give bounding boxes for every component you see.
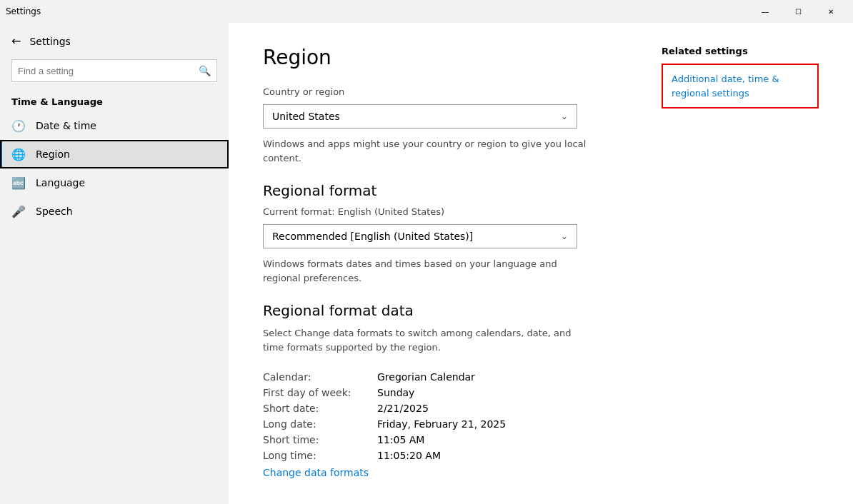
minimize-button[interactable]: — (749, 0, 782, 23)
language-icon: 🔤 (11, 176, 26, 190)
first-day-value: Sunday (377, 387, 414, 398)
speech-icon: 🎤 (11, 204, 26, 218)
regional-format-heading: Regional format (263, 182, 819, 199)
related-settings-title: Related settings (662, 46, 819, 56)
sidebar-item-label-speech: Speech (36, 206, 73, 217)
table-row: Long date: Friday, February 21, 2025 (263, 418, 819, 430)
titlebar-title: Settings (6, 6, 41, 16)
related-link-box[interactable]: Additional date, time & regional setting… (662, 64, 819, 109)
main-content: Related settings Additional date, time &… (229, 23, 853, 504)
chevron-down-icon: ⌄ (561, 111, 568, 121)
titlebar: Settings — ☐ ✕ (0, 0, 853, 23)
table-row: First day of week: Sunday (263, 387, 819, 398)
table-row: Long time: 11:05:20 AM (263, 450, 819, 461)
search-icon: 🔍 (199, 65, 211, 76)
calendar-key: Calendar: (263, 371, 377, 383)
region-icon: 🌐 (11, 147, 26, 161)
back-arrow-icon: ← (11, 34, 21, 48)
back-button[interactable]: ← Settings (0, 29, 229, 54)
back-label: Settings (29, 36, 70, 47)
country-dropdown[interactable]: United States ⌄ (263, 104, 577, 128)
short-time-key: Short time: (263, 434, 377, 445)
close-button[interactable]: ✕ (814, 0, 847, 23)
titlebar-controls: — ☐ ✕ (749, 0, 847, 23)
table-row: Short date: 2/21/2025 (263, 403, 819, 414)
short-date-value: 2/21/2025 (377, 403, 429, 414)
table-row: Short time: 11:05 AM (263, 434, 819, 445)
sidebar-section-label: Time & Language (0, 88, 229, 111)
country-description: Windows and apps might use your country … (263, 137, 592, 165)
sidebar-item-language[interactable]: 🔤 Language (0, 168, 229, 197)
format-data-table: Calendar: Gregorian Calendar First day o… (263, 371, 819, 461)
country-dropdown-value: United States (272, 111, 340, 122)
long-date-key: Long date: (263, 418, 377, 430)
titlebar-left: Settings (6, 6, 41, 16)
change-data-formats-link[interactable]: Change data formats (263, 467, 369, 478)
chevron-down-icon-2: ⌄ (561, 231, 568, 241)
related-settings-link[interactable]: Additional date, time & regional setting… (672, 74, 779, 99)
regional-format-dropdown[interactable]: Recommended [English (United States)] ⌄ (263, 224, 577, 248)
maximize-button[interactable]: ☐ (782, 0, 814, 23)
long-time-value: 11:05:20 AM (377, 450, 441, 461)
related-settings-panel: Related settings Additional date, time &… (662, 46, 819, 109)
short-time-value: 11:05 AM (377, 434, 424, 445)
long-time-key: Long time: (263, 450, 377, 461)
calendar-value: Gregorian Calendar (377, 371, 475, 383)
long-date-value: Friday, February 21, 2025 (377, 418, 506, 430)
short-date-key: Short date: (263, 403, 377, 414)
sidebar-item-label-language: Language (36, 177, 85, 188)
regional-format-dropdown-value: Recommended [English (United States)] (272, 231, 473, 242)
app-body: ← Settings 🔍 Time & Language 🕐 Date & ti… (0, 23, 853, 504)
date-time-icon: 🕐 (11, 119, 26, 133)
sidebar-item-speech[interactable]: 🎤 Speech (0, 197, 229, 226)
current-format-label: Current format: English (United States) (263, 206, 819, 217)
sidebar-item-label-date-time: Date & time (36, 120, 96, 131)
sidebar: ← Settings 🔍 Time & Language 🕐 Date & ti… (0, 23, 229, 504)
regional-format-data-heading: Regional format data (263, 302, 819, 319)
search-box[interactable]: 🔍 (11, 59, 217, 82)
regional-format-description: Windows formats dates and times based on… (263, 257, 592, 285)
sidebar-item-label-region: Region (36, 148, 70, 160)
sidebar-item-date-time[interactable]: 🕐 Date & time (0, 111, 229, 140)
sidebar-item-region[interactable]: 🌐 Region (0, 140, 229, 168)
first-day-key: First day of week: (263, 387, 377, 398)
search-input[interactable] (18, 66, 199, 76)
regional-format-data-description: Select Change data formats to switch amo… (263, 326, 592, 354)
table-row: Calendar: Gregorian Calendar (263, 371, 819, 383)
